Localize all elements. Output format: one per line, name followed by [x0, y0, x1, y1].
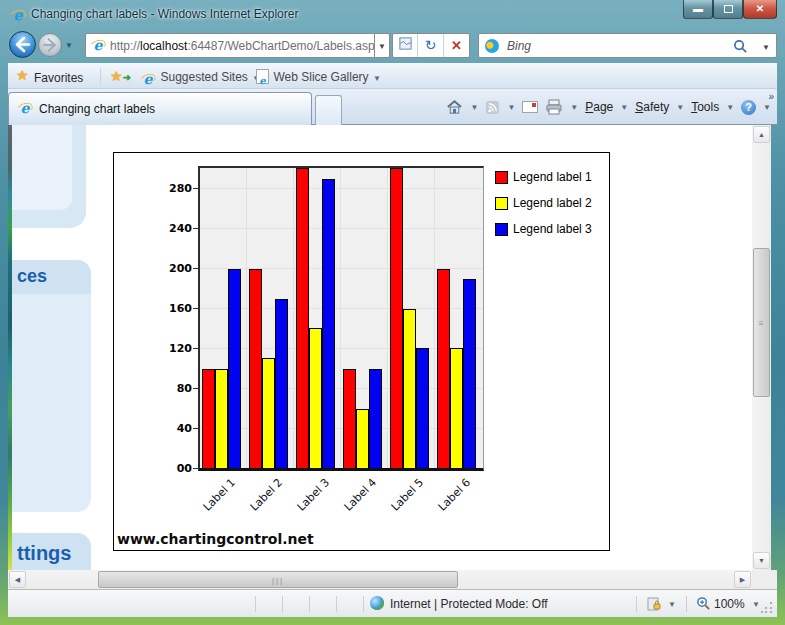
- chart-watermark: www.chartingcontrol.net: [117, 531, 314, 547]
- legend-label: Legend label 2: [513, 196, 592, 210]
- tab-favicon-icon: e: [17, 100, 33, 116]
- url-path: :64487/WebChartDemo/Labels.asp: [187, 39, 374, 53]
- y-axis-tick-label: 40: [152, 422, 192, 435]
- bar-legend-label-2-label-1: [215, 369, 228, 468]
- y-axis-tick-mark: [193, 388, 198, 389]
- legend-row: Legend label 1: [495, 169, 592, 185]
- scrollbar-corner: [752, 570, 777, 589]
- internet-zone-globe-icon: [370, 596, 384, 610]
- help-dropdown-icon[interactable]: ▼: [763, 103, 771, 112]
- url-text: http://localhost:64487/WebChartDemo/Labe…: [110, 39, 375, 53]
- home-icon[interactable]: [446, 99, 463, 115]
- bar-legend-label-2-label-3: [309, 328, 322, 468]
- y-axis-tick-label: 200: [152, 262, 192, 275]
- home-dropdown-icon[interactable]: ▼: [470, 103, 478, 112]
- bar-legend-label-3-label-5: [416, 348, 429, 468]
- url-scheme: http://: [110, 39, 140, 53]
- gridline-vertical: [387, 168, 388, 468]
- bar-legend-label-3-label-4: [369, 369, 382, 468]
- search-icon[interactable]: [733, 39, 748, 54]
- zone-status-text: Internet | Protected Mode: Off: [390, 597, 548, 611]
- close-button[interactable]: ✕: [743, 0, 777, 19]
- resize-grip[interactable]: [761, 601, 773, 613]
- y-axis-tick-mark: [193, 268, 198, 269]
- tools-dropdown-icon[interactable]: ▼: [726, 103, 734, 112]
- search-options-dropdown[interactable]: ▼: [762, 43, 770, 52]
- tab-changing-chart-labels[interactable]: e Changing chart labels: [8, 92, 312, 125]
- feeds-dropdown-icon[interactable]: ▼: [507, 103, 515, 112]
- horizontal-scrollbar[interactable]: ◀ ||| ▶: [8, 570, 752, 589]
- zoom-dropdown-icon[interactable]: ▼: [752, 600, 760, 609]
- safety-menu[interactable]: Safety: [635, 100, 669, 114]
- tools-menu[interactable]: Tools: [691, 100, 719, 114]
- new-tab-button[interactable]: [315, 95, 342, 125]
- suggested-sites-icon: e: [140, 71, 156, 87]
- refresh-button[interactable]: ↻: [418, 34, 443, 57]
- back-arrow-icon: [10, 32, 35, 57]
- search-box[interactable]: ▼: [478, 33, 777, 58]
- recent-pages-dropdown[interactable]: ▼: [65, 41, 73, 50]
- compatibility-view-icon: [398, 36, 413, 51]
- tab-bar: e Changing chart labels » ▼ ▼ ▼ Page▼ Sa…: [8, 89, 777, 125]
- address-bar[interactable]: e http://localhost:64487/WebChartDemo/La…: [85, 33, 390, 58]
- legend-row: Legend label 2: [495, 195, 592, 211]
- address-dropdown-button[interactable]: ▼: [374, 33, 390, 58]
- y-axis-tick-label: 280: [152, 182, 192, 195]
- vertical-scroll-thumb[interactable]: ≡: [753, 248, 770, 397]
- minimize-button[interactable]: ▬: [683, 0, 713, 19]
- y-axis-tick-mark: [193, 228, 198, 229]
- page-content: ces Series ttings 004080120160200240280L…: [8, 125, 752, 570]
- web-slice-dropdown-icon: ▼: [373, 74, 381, 83]
- sidebar-heading-partial: ces: [17, 266, 47, 287]
- search-input[interactable]: [505, 35, 705, 56]
- print-icon[interactable]: [545, 99, 563, 115]
- zone-dropdown-icon[interactable]: ▼: [668, 600, 676, 609]
- thumb-grip: ≡: [759, 318, 765, 327]
- stop-button[interactable]: ✕: [444, 34, 469, 57]
- forward-button[interactable]: [38, 33, 62, 57]
- suggested-sites-label: Suggested Sites: [160, 70, 247, 84]
- protected-mode-icon[interactable]: [646, 596, 662, 612]
- favorites-bar: ★ Favorites ★➜ e Suggested Sites ▼ e Web…: [8, 63, 777, 89]
- y-axis-tick-mark: [193, 428, 198, 429]
- title-bar[interactable]: e Changing chart labels - Windows Intern…: [0, 0, 785, 29]
- page-menu[interactable]: Page: [585, 100, 613, 114]
- sidebar-box-middle-header: ces: [12, 260, 91, 294]
- back-button[interactable]: [9, 31, 36, 58]
- maximize-icon: [724, 5, 733, 13]
- y-axis-tick-mark: [193, 308, 198, 309]
- scroll-up-button[interactable]: ▲: [753, 126, 770, 143]
- compatibility-view-button[interactable]: [393, 34, 418, 57]
- sidebar-box-top: [12, 125, 86, 228]
- help-icon[interactable]: ?: [741, 100, 756, 115]
- scroll-down-button[interactable]: ▼: [753, 552, 770, 569]
- maximize-button[interactable]: [713, 0, 743, 19]
- sidebar-heading-partial-2: ttings: [17, 542, 71, 565]
- scroll-left-button[interactable]: ◀: [9, 571, 26, 588]
- scroll-right-button[interactable]: ▶: [734, 571, 751, 588]
- add-favorite-arrow-icon: ➜: [123, 72, 131, 83]
- safety-dropdown-icon[interactable]: ▼: [676, 103, 684, 112]
- zoom-icon[interactable]: [696, 596, 711, 611]
- zoom-level-value[interactable]: 100%: [714, 597, 745, 611]
- bar-legend-label-1-label-1: [202, 369, 215, 468]
- web-slice-gallery-button[interactable]: e Web Slice Gallery ▼: [256, 67, 381, 85]
- suggested-sites-button[interactable]: e Suggested Sites ▼: [140, 67, 260, 87]
- browser-window: e Changing chart labels - Windows Intern…: [0, 0, 785, 625]
- bar-legend-label-3-label-1: [228, 269, 241, 468]
- bar-legend-label-3-label-6: [463, 279, 476, 468]
- rss-feeds-icon[interactable]: [485, 100, 500, 115]
- minimize-icon: ▬: [693, 3, 703, 14]
- horizontal-scroll-thumb[interactable]: |||: [98, 571, 458, 588]
- y-axis-tick-label: 160: [152, 302, 192, 315]
- favorites-button[interactable]: Favorites: [34, 68, 83, 86]
- print-dropdown-icon[interactable]: ▼: [570, 103, 578, 112]
- read-mail-icon[interactable]: [522, 101, 538, 113]
- add-favorite-button[interactable]: ★➜: [110, 67, 131, 85]
- legend-row: Legend label 3: [495, 221, 592, 237]
- bar-legend-label-2-label-6: [450, 348, 463, 468]
- vertical-scrollbar[interactable]: ▲ ≡ ▼: [752, 125, 771, 570]
- page-dropdown-icon[interactable]: ▼: [620, 103, 628, 112]
- close-icon: ✕: [756, 3, 764, 14]
- nav-action-buttons: ↻ ✕: [392, 33, 470, 58]
